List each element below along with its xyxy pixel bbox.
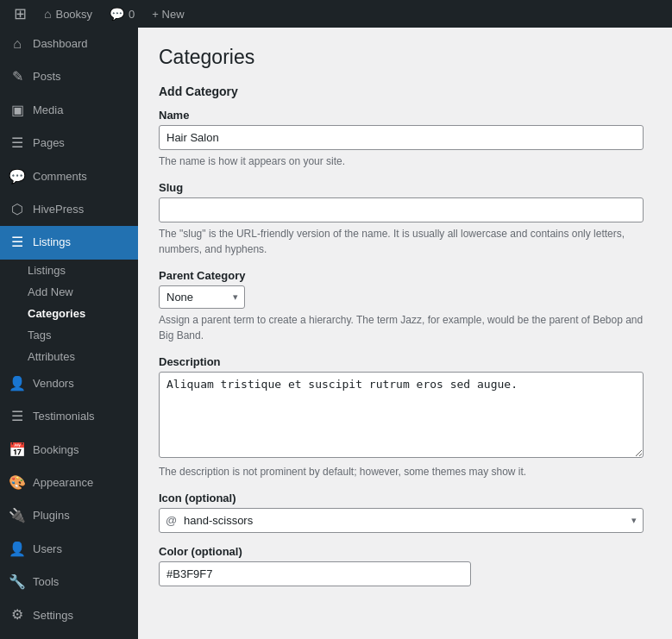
- color-input[interactable]: [159, 561, 471, 586]
- page-title: Categories: [159, 45, 651, 71]
- sidebar-item-settings[interactable]: ⚙ Settings: [0, 598, 138, 631]
- parent-hint: Assign a parent term to create a hierarc…: [159, 312, 651, 343]
- tools-icon: 🔧: [9, 573, 26, 592]
- appearance-icon: 🎨: [9, 473, 26, 492]
- site-name[interactable]: ⌂ Booksy: [37, 0, 99, 28]
- sidebar-item-appearance[interactable]: 🎨 Appearance: [0, 467, 138, 499]
- section-title: Add Category: [159, 85, 651, 98]
- plugins-icon: 🔌: [9, 506, 26, 525]
- name-label: Name: [159, 109, 651, 122]
- sidebar-item-pages[interactable]: ☰ Pages: [0, 127, 138, 160]
- sidebar-item-testimonials[interactable]: ☰ Testimonials: [0, 400, 138, 433]
- icon-group: Icon (optional) @ hand-scissors ▾: [159, 492, 651, 533]
- sub-item-attributes[interactable]: Attributes: [0, 346, 138, 367]
- layout: ⌂ Dashboard ✎ Posts ▣ Media ☰ Pages 💬 Co…: [0, 28, 672, 639]
- parent-select[interactable]: None: [159, 285, 245, 309]
- sidebar-item-listings[interactable]: ☰ Listings: [0, 226, 138, 259]
- icon-label: Icon (optional): [159, 492, 651, 504]
- listings-icon: ☰: [9, 233, 26, 252]
- wp-logo[interactable]: ⊞: [7, 0, 34, 28]
- comments-icon: 💬: [9, 167, 26, 186]
- color-label: Color (optional): [159, 545, 651, 558]
- name-hint: The name is how it appears on your site.: [159, 153, 651, 169]
- parent-group: Parent Category None Assign a parent ter…: [159, 269, 651, 343]
- parent-label: Parent Category: [159, 269, 651, 282]
- media-icon: ▣: [9, 101, 26, 120]
- top-bar: ⊞ ⌂ Booksy 💬 0 + New: [0, 0, 672, 28]
- sub-item-tags[interactable]: Tags: [0, 324, 138, 346]
- sidebar-item-posts[interactable]: ✎ Posts: [0, 60, 138, 93]
- sidebar-item-media[interactable]: ▣ Media: [0, 94, 138, 127]
- slug-label: Slug: [159, 181, 651, 194]
- slug-group: Slug The "slug" is the URL-friendly vers…: [159, 181, 651, 257]
- testimonials-icon: ☰: [9, 407, 26, 426]
- description-hint: The description is not prominent by defa…: [159, 464, 651, 479]
- comments-link[interactable]: 💬 0: [103, 0, 141, 28]
- sidebar-item-plugins[interactable]: 🔌 Plugins: [0, 499, 138, 532]
- slug-hint: The "slug" is the URL-friendly version o…: [159, 226, 651, 257]
- sidebar-item-tools[interactable]: 🔧 Tools: [0, 566, 138, 598]
- sidebar-item-vendors[interactable]: 👤 Vendors: [0, 367, 138, 400]
- sidebar-item-bookings[interactable]: 📅 Bookings: [0, 434, 138, 467]
- pages-icon: ☰: [9, 134, 26, 153]
- icon-prefix: @: [166, 514, 177, 527]
- description-textarea[interactable]: Aliquam tristique et suscipit rutrum ero…: [159, 372, 644, 458]
- icon-select-wrapper: @ hand-scissors ▾: [159, 508, 644, 533]
- bookings-icon: 📅: [9, 441, 26, 460]
- sidebar-item-hivepress[interactable]: ⬡ HivePress: [0, 193, 138, 226]
- users-icon: 👤: [9, 540, 26, 559]
- description-group: Description Aliquam tristique et suscipi…: [159, 355, 651, 479]
- sub-item-categories[interactable]: Categories: [0, 303, 138, 324]
- settings-icon: ⚙: [9, 605, 26, 624]
- parent-select-wrapper: None: [159, 285, 245, 309]
- posts-icon: ✎: [9, 67, 26, 86]
- name-input[interactable]: [159, 125, 644, 150]
- hivepress-icon: ⬡: [9, 200, 26, 219]
- sidebar: ⌂ Dashboard ✎ Posts ▣ Media ☰ Pages 💬 Co…: [0, 28, 138, 639]
- dashboard-icon: ⌂: [9, 34, 26, 53]
- vendors-icon: 👤: [9, 374, 26, 393]
- name-group: Name The name is how it appears on your …: [159, 109, 651, 169]
- listings-submenu: Listings Add New Categories Tags Attribu…: [0, 260, 138, 367]
- slug-input[interactable]: [159, 197, 644, 222]
- sub-item-listings[interactable]: Listings: [0, 260, 138, 281]
- sidebar-item-dashboard[interactable]: ⌂ Dashboard: [0, 28, 138, 60]
- sub-item-add-new[interactable]: Add New: [0, 281, 138, 303]
- color-group: Color (optional): [159, 545, 651, 586]
- sidebar-item-comments[interactable]: 💬 Comments: [0, 160, 138, 193]
- sidebar-item-users[interactable]: 👤 Users: [0, 533, 138, 566]
- icon-select[interactable]: hand-scissors: [159, 508, 644, 533]
- new-link[interactable]: + New: [145, 0, 191, 28]
- main-content: Categories Add Category Name The name is…: [138, 28, 672, 639]
- description-label: Description: [159, 355, 651, 368]
